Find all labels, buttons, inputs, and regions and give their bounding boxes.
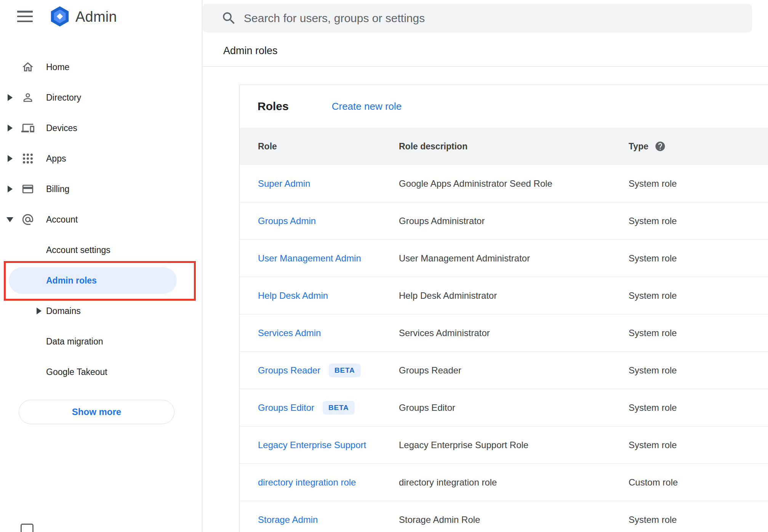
home-icon — [21, 60, 35, 74]
breadcrumb: Admin roles — [223, 45, 278, 57]
apps-grid-icon — [21, 151, 35, 166]
sidebar-item-label: Apps — [46, 154, 66, 164]
sidebar-item-google-takeout[interactable]: Google Takeout — [0, 357, 202, 387]
table-row: User Management Admin User Management Ad… — [240, 240, 768, 277]
role-link[interactable]: Groups Editor — [258, 402, 314, 413]
sidebar-item-label: Data migration — [46, 337, 103, 347]
app-title: Admin — [75, 9, 117, 25]
chevron-down-icon[interactable] — [6, 217, 13, 222]
search-bar[interactable] — [203, 4, 752, 32]
role-type: System role — [629, 402, 768, 413]
sidebar-item-label: Home — [46, 62, 69, 72]
sidebar-item-account-settings[interactable]: Account settings — [0, 235, 202, 265]
role-description: directory integration role — [399, 477, 629, 488]
sidebar-item-apps[interactable]: Apps — [0, 143, 202, 174]
sidebar-item-account[interactable]: Account — [0, 204, 202, 235]
table-row: Super Admin Google Apps Administrator Se… — [240, 165, 768, 202]
card-title: Roles — [258, 100, 289, 113]
role-link[interactable]: User Management Admin — [258, 253, 361, 264]
sidebar-item-devices[interactable]: Devices — [0, 113, 202, 143]
column-header-role: Role — [258, 141, 399, 152]
chevron-right-icon[interactable] — [37, 308, 42, 314]
help-icon[interactable] — [654, 141, 666, 152]
role-type: System role — [629, 514, 768, 525]
role-link[interactable]: Storage Admin — [258, 514, 318, 525]
table-row: Groups Admin Groups Administrator System… — [240, 202, 768, 240]
sidebar-item-label: Domains — [46, 306, 81, 316]
table-row: Help Desk Admin Help Desk Administrator … — [240, 277, 768, 314]
sidebar-nav: Home Directory Devices — [0, 52, 202, 387]
roles-table-header: Role Role description Type — [240, 128, 768, 165]
role-description: User Management Administrator — [399, 253, 629, 264]
role-link[interactable]: Services Admin — [258, 328, 321, 338]
divider — [203, 66, 768, 67]
sidebar-item-data-migration[interactable]: Data migration — [0, 326, 202, 357]
role-link[interactable]: Legacy Enterprise Support — [258, 440, 366, 450]
sidebar-item-label: Billing — [46, 184, 69, 194]
sidebar-item-label: Admin roles — [46, 276, 97, 286]
role-description: Storage Admin Role — [399, 514, 629, 525]
role-link[interactable]: Groups Admin — [258, 216, 316, 226]
sidebar-item-directory[interactable]: Directory — [0, 82, 202, 113]
beta-badge: BETA — [329, 364, 361, 377]
role-link[interactable]: Groups Reader — [258, 365, 320, 376]
devices-icon — [21, 121, 35, 135]
at-sign-icon — [21, 212, 35, 227]
sidebar-item-billing[interactable]: Billing — [0, 174, 202, 204]
sidebar-item-admin-roles[interactable]: Admin roles — [0, 265, 202, 296]
table-row: Legacy Enterprise Support Legacy Enterpr… — [240, 426, 768, 464]
role-type: System role — [629, 253, 768, 264]
credit-card-icon — [21, 182, 35, 196]
roles-table-body: Super Admin Google Apps Administrator Se… — [240, 165, 768, 532]
role-link[interactable]: Help Desk Admin — [258, 290, 328, 301]
show-more-button[interactable]: Show more — [19, 400, 174, 424]
role-type: System role — [629, 178, 768, 189]
roles-card: Roles Create new role Role Role descript… — [239, 85, 768, 532]
sidebar-header: Admin — [0, 0, 202, 33]
chevron-right-icon[interactable] — [8, 125, 13, 131]
admin-logo-icon — [49, 5, 71, 27]
role-description: Legacy Enterprise Support Role — [399, 440, 629, 450]
role-type: System role — [629, 290, 768, 301]
sidebar-item-label: Directory — [46, 93, 81, 103]
role-link[interactable]: directory integration role — [258, 477, 356, 488]
person-icon — [21, 90, 35, 105]
sidebar: Admin Home Directory D — [0, 0, 202, 532]
hamburger-menu-icon[interactable] — [17, 9, 34, 24]
table-row: Groups Reader BETA Groups Reader System … — [240, 352, 768, 389]
google-admin-console: Admin Home Directory D — [0, 0, 768, 532]
role-description: Groups Editor — [399, 402, 629, 413]
chevron-right-icon[interactable] — [8, 186, 13, 192]
main-content: Admin roles Roles Create new role Role R… — [203, 0, 768, 532]
roles-card-header: Roles Create new role — [240, 85, 768, 128]
table-row: Storage Admin Storage Admin Role System … — [240, 501, 768, 532]
sidebar-item-label: Devices — [46, 123, 77, 133]
chevron-right-icon[interactable] — [8, 155, 13, 162]
role-type: Custom role — [629, 477, 768, 488]
beta-badge: BETA — [323, 401, 355, 415]
role-link[interactable]: Super Admin — [258, 178, 310, 189]
table-row: directory integration role directory int… — [240, 464, 768, 501]
table-row: Services Admin Services Administrator Sy… — [240, 314, 768, 352]
role-type: System role — [629, 328, 768, 338]
sidebar-item-label: Account — [46, 215, 78, 225]
column-header-role-description: Role description — [399, 141, 629, 152]
column-header-type: Type — [629, 141, 768, 152]
table-row: Groups Editor BETA Groups Editor System … — [240, 389, 768, 426]
role-description: Groups Administrator — [399, 216, 629, 226]
clipped-sidebar-icon — [21, 524, 34, 532]
sidebar-item-home[interactable]: Home — [0, 52, 202, 82]
role-description: Services Administrator — [399, 328, 629, 338]
sidebar-item-label: Google Takeout — [46, 367, 107, 377]
chevron-right-icon[interactable] — [8, 94, 13, 101]
search-input[interactable] — [244, 12, 741, 25]
role-description: Google Apps Administrator Seed Role — [399, 178, 629, 189]
sidebar-item-label: Account settings — [46, 245, 110, 255]
sidebar-item-domains[interactable]: Domains — [0, 296, 202, 326]
role-type: System role — [629, 440, 768, 450]
role-type: System role — [629, 365, 768, 376]
role-description: Help Desk Administrator — [399, 290, 629, 301]
create-new-role-link[interactable]: Create new role — [332, 101, 402, 112]
role-description: Groups Reader — [399, 365, 629, 376]
search-icon — [221, 10, 237, 26]
